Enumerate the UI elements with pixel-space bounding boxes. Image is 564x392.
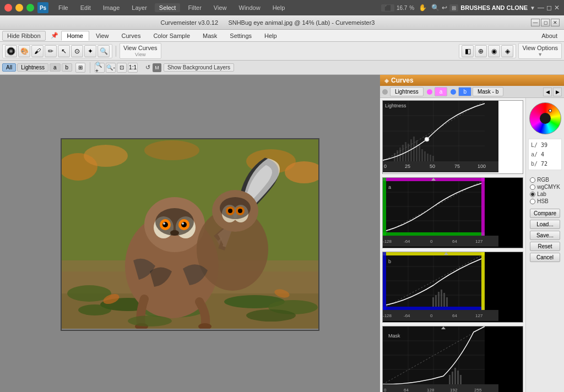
tab-curves[interactable]: Curves [116, 31, 147, 41]
zoom-tool-icon[interactable]: 🔍 [431, 4, 440, 12]
view-options-label[interactable]: View Options [522, 45, 558, 51]
save-button[interactable]: Save... [530, 231, 560, 240]
svg-rect-128 [457, 371, 459, 384]
os-maximize-button[interactable] [26, 4, 34, 12]
curve-tab-a[interactable]: a [435, 87, 448, 96]
menu-edit[interactable]: Edit [76, 3, 95, 12]
radio-hsb[interactable]: HSB [530, 198, 560, 204]
menu-file[interactable]: File [54, 3, 73, 12]
compare-button[interactable]: Compare [530, 209, 560, 218]
zoom-fit-btn[interactable]: ⊡ [117, 63, 127, 73]
about-button[interactable]: About [537, 31, 562, 40]
magic-icon[interactable]: ✦ [84, 45, 96, 57]
svg-rect-105 [435, 295, 437, 307]
svg-text:25: 25 [405, 164, 410, 169]
app-full-title: Curvemeister v3.0.12 SNHBug eye animal.j… [4, 19, 531, 26]
tab-mask[interactable]: Mask [197, 31, 223, 41]
win-restore-btn[interactable]: ◻ [541, 19, 550, 26]
svg-rect-61 [421, 149, 423, 161]
menu-view[interactable]: View [209, 3, 231, 12]
minimize-icon[interactable]: — [538, 4, 544, 12]
zoom-out-btn[interactable]: 🔍- [106, 63, 116, 73]
curves-panel-title: ◈ Curves [380, 75, 564, 86]
curves-graphs: Lightness 0 25 50 75 100 [380, 98, 525, 392]
brush-icon[interactable]: 🖌 [31, 45, 44, 57]
svg-rect-93 [383, 252, 485, 255]
tab-color-sample[interactable]: Color Sample [147, 31, 196, 41]
toolbar-separator-1 [116, 46, 116, 57]
curve-tab-lightness[interactable]: Lightness [390, 87, 424, 96]
eyedropper-icon[interactable]: 🎨 [18, 45, 30, 57]
color-wheel-icon[interactable] [5, 45, 17, 57]
ribbon-pin-icon[interactable]: 📌 [51, 32, 58, 39]
action-buttons: Compare Load... Save... Reset Cancel [530, 209, 560, 262]
b-graph-container: b -128 -64 0 64 127 [382, 252, 523, 323]
menu-layer[interactable]: Layer [127, 3, 151, 12]
arrangement-icon[interactable]: ⊞ [449, 4, 458, 12]
radio-wgcmyk-circle [530, 184, 535, 190]
menu-image[interactable]: Image [99, 3, 124, 12]
win-minimize-btn[interactable]: — [531, 19, 540, 26]
dropper-btn-4[interactable]: ◈ [501, 45, 513, 57]
dropper-btn-1[interactable]: ◧ [462, 45, 474, 57]
image-canvas [61, 138, 319, 331]
restore-icon[interactable]: ◻ [546, 4, 552, 12]
svg-text:75: 75 [454, 164, 460, 169]
curve-tab-b[interactable]: b [458, 87, 471, 96]
radio-lab[interactable]: Lab [530, 191, 560, 197]
menu-filter[interactable]: Filter [183, 3, 205, 12]
svg-text:100: 100 [478, 164, 486, 169]
channel-lightness-btn[interactable]: Lightness [17, 63, 48, 72]
color-info-panel: L/ 39 a/ 4 b/ 72 RGB wgCMYK [525, 98, 564, 392]
zoom-100-btn[interactable]: 1:1 [128, 63, 138, 73]
channel-b-btn[interactable]: b [62, 63, 73, 72]
radio-rgb[interactable]: RGB [530, 177, 560, 183]
os-minimize-button[interactable] [15, 4, 23, 12]
arrow-icon[interactable]: ↖ [58, 45, 70, 57]
svg-text:-128: -128 [383, 313, 392, 318]
cancel-button[interactable]: Cancel [530, 253, 560, 262]
curves-prev-btn[interactable]: ◀ [543, 88, 552, 96]
channel-all-btn[interactable]: All [2, 63, 16, 72]
channel-menu-icon[interactable]: ⊞ [75, 63, 85, 73]
dropper-btn-3[interactable]: ◉ [488, 45, 500, 57]
load-button[interactable]: Load... [530, 220, 560, 229]
pencil-icon[interactable]: ✏ [45, 45, 57, 57]
hand-tool-icon[interactable]: ✋ [419, 4, 427, 12]
view-curves-label[interactable]: View Curves [123, 45, 158, 51]
tab-settings[interactable]: Settings [224, 31, 258, 41]
radio-wgcmyk[interactable]: wgCMYK [530, 184, 560, 190]
dropper-btn-2[interactable]: ⊕ [475, 45, 487, 57]
hide-ribbon-button[interactable]: Hide Ribbon [2, 31, 46, 41]
zoom-in-btn[interactable]: 🔍+ [95, 63, 105, 73]
colorspace-radio-group: RGB wgCMYK Lab HSB [530, 177, 560, 204]
svg-point-40 [246, 309, 296, 322]
zoom-search-icon[interactable]: 🔍 [97, 45, 110, 57]
show-bg-button[interactable]: Show Background Layers [164, 63, 234, 72]
lasso-icon[interactable]: ⊙ [71, 45, 83, 57]
tab-view[interactable]: View [90, 31, 115, 41]
svg-rect-76 [383, 178, 386, 236]
tab-home[interactable]: Home [61, 31, 89, 41]
channel-a-btn[interactable]: a [50, 63, 61, 72]
curves-next-btn[interactable]: ▶ [553, 88, 562, 96]
curves-channel-tabs: Lightness a b Mask - b ◀ ▶ [380, 86, 564, 98]
brushes-dropdown-icon[interactable]: ▼ [530, 5, 535, 11]
tab-help[interactable]: Help [258, 31, 283, 41]
canvas-area[interactable] [0, 75, 379, 392]
curve-tab-mask[interactable]: Mask - b [473, 87, 503, 96]
svg-text:64: 64 [404, 388, 409, 392]
menu-select[interactable]: Select [155, 3, 181, 12]
rotate-tool-icon[interactable]: ↩ [442, 4, 447, 12]
menu-help[interactable]: Help [268, 3, 290, 12]
menu-window[interactable]: Window [235, 3, 265, 12]
mask-graph-svg: Mask 0 64 128 192 255 [383, 326, 498, 392]
svg-point-22 [162, 222, 168, 227]
os-close-button[interactable] [4, 4, 12, 12]
svg-text:127: 127 [475, 239, 483, 244]
win-close-btn[interactable]: ✕ [551, 19, 560, 26]
lightness-graph-container: Lightness 0 25 50 75 100 [382, 100, 523, 174]
close-app-icon[interactable]: ✕ [554, 4, 560, 12]
reset-button[interactable]: Reset [530, 242, 560, 251]
view-section: View Curves View [120, 43, 161, 59]
